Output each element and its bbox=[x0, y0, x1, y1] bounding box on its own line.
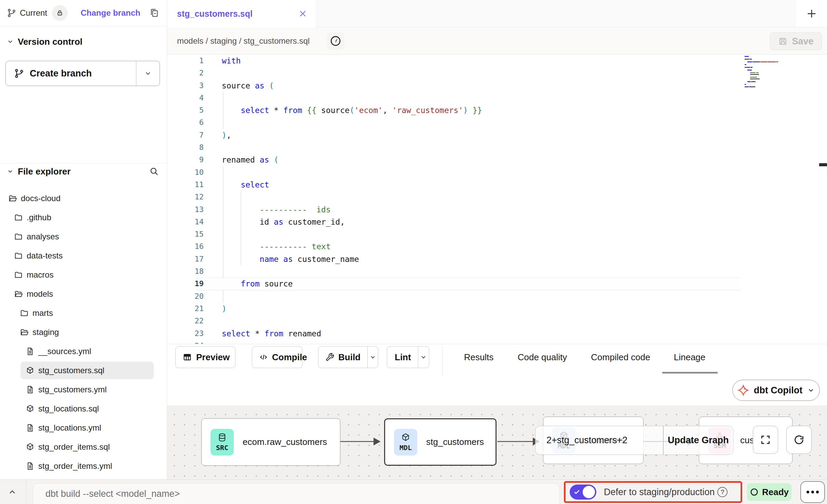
tree-item-stg-locations-sql[interactable]: stg_locations.sql bbox=[0, 399, 167, 418]
dbt-copilot-button[interactable]: dbt Copilot bbox=[732, 380, 820, 401]
lint-button[interactable]: Lint bbox=[387, 346, 429, 368]
line-number: 1 bbox=[167, 55, 204, 67]
code-line-5: 5 select * from {{ source('ecom', 'raw_c… bbox=[167, 104, 748, 116]
code-line-16: 16 ---------- text bbox=[167, 240, 748, 253]
refresh-button[interactable] bbox=[786, 426, 812, 454]
line-content: ---------- ids bbox=[204, 204, 331, 216]
tree-item-label: stg_locations.yml bbox=[38, 423, 101, 433]
line-content bbox=[204, 116, 222, 129]
line-number: 13 bbox=[167, 204, 204, 216]
line-number: 23 bbox=[167, 327, 204, 340]
line-number: 11 bbox=[167, 179, 204, 191]
chevron-down-icon bbox=[144, 70, 152, 77]
tab-lineage[interactable]: Lineage bbox=[674, 344, 706, 370]
code-line-6: 6 bbox=[167, 116, 748, 129]
code-line-3: 3source as ( bbox=[167, 80, 748, 92]
lineage-node-source[interactable]: SRC ecom.raw_customers bbox=[201, 418, 340, 466]
node-label: ecom.raw_customers bbox=[243, 437, 327, 447]
new-tab-button[interactable] bbox=[796, 0, 827, 27]
status-circle-icon bbox=[750, 488, 759, 496]
code-line-23: 23select * from renamed bbox=[167, 327, 748, 340]
lineage-canvas[interactable]: SRC ecom.raw_customers MDL stg_customers… bbox=[167, 406, 827, 479]
line-number: 3 bbox=[167, 80, 204, 92]
tree-item-stg-order-items-yml[interactable]: stg_order_items.yml bbox=[0, 457, 167, 476]
code-line-22: 22 bbox=[167, 315, 748, 327]
code-line-18: 18 bbox=[167, 265, 748, 278]
tree-item-marts[interactable]: marts bbox=[0, 304, 167, 323]
cube-icon bbox=[401, 433, 410, 442]
close-icon[interactable] bbox=[298, 9, 307, 18]
tree-item-staging[interactable]: staging bbox=[0, 323, 167, 342]
file-icon bbox=[26, 385, 35, 394]
tab-stg-customers-sql[interactable]: stg_customers.sql bbox=[167, 0, 316, 27]
tree-item--sources-yml[interactable]: __sources.yml bbox=[0, 342, 167, 361]
change-branch-link[interactable]: Change branch bbox=[81, 8, 140, 18]
preview-button[interactable]: Preview bbox=[175, 346, 235, 368]
tree-item-macros[interactable]: macros bbox=[0, 265, 167, 284]
tree-item-docs-cloud[interactable]: docs-cloud bbox=[0, 189, 167, 208]
folder-icon bbox=[14, 270, 23, 279]
code-line-11: 11 select bbox=[167, 179, 748, 191]
defer-toggle[interactable] bbox=[570, 485, 596, 500]
build-button[interactable]: Build bbox=[318, 346, 378, 368]
lineage-select-input[interactable]: 2+stg_customers+2 bbox=[535, 435, 663, 446]
help-icon[interactable]: ? bbox=[717, 487, 728, 497]
fullscreen-button[interactable] bbox=[753, 426, 778, 454]
status-bar: dbt build --select <model_name> Defer to… bbox=[0, 479, 827, 504]
lint-caret[interactable] bbox=[418, 354, 429, 361]
search-icon[interactable] bbox=[149, 166, 159, 177]
code-line-10: 10 bbox=[167, 166, 748, 179]
file-icon bbox=[26, 423, 35, 432]
code-line-12: 12 bbox=[167, 191, 748, 203]
tree-item-stg-customers-yml[interactable]: stg_customers.yml bbox=[0, 380, 167, 399]
tree-item-analyses[interactable]: analyses bbox=[0, 227, 167, 246]
file-icon bbox=[26, 347, 35, 356]
sidebar: Current Change branch Version control bbox=[0, 0, 167, 479]
create-branch-caret[interactable] bbox=[136, 70, 160, 77]
node-label: cus bbox=[740, 435, 754, 446]
code-line-19: 19 from source bbox=[167, 278, 748, 290]
tab-code-quality[interactable]: Code quality bbox=[518, 344, 567, 370]
copy-icon[interactable] bbox=[149, 8, 159, 18]
tree-item-stg-customers-sql[interactable]: stg_customers.sql bbox=[0, 361, 167, 380]
minimap[interactable] bbox=[744, 55, 785, 88]
file-icon bbox=[26, 462, 35, 471]
tab-results[interactable]: Results bbox=[464, 344, 494, 370]
lineage-node-stg-customers[interactable]: MDL stg_customers bbox=[384, 418, 497, 466]
line-content: select * from {{ source('ecom', 'raw_cus… bbox=[204, 104, 482, 116]
command-input[interactable]: dbt build --select <model_name> bbox=[33, 483, 560, 504]
line-content bbox=[204, 141, 222, 154]
line-number: 15 bbox=[167, 228, 204, 240]
scrollbar-thumb[interactable] bbox=[819, 163, 827, 166]
code-editor[interactable]: 1with23source as (45 select * from {{ so… bbox=[167, 55, 827, 344]
line-content bbox=[204, 265, 222, 278]
tree-item-stg-order-items-sql[interactable]: stg_order_items.sql bbox=[0, 437, 167, 457]
line-number: 19 bbox=[167, 278, 204, 290]
chevron-up-icon[interactable] bbox=[8, 487, 17, 497]
compass-icon[interactable] bbox=[327, 32, 344, 50]
tab-compiled-code[interactable]: Compiled code bbox=[591, 344, 650, 370]
create-branch-button[interactable]: Create branch bbox=[5, 61, 160, 86]
file-explorer-title: File explorer bbox=[18, 166, 71, 177]
more-options-button[interactable] bbox=[800, 481, 825, 503]
tree-item-models[interactable]: models bbox=[0, 284, 167, 304]
badge-label: SRC bbox=[216, 444, 228, 452]
folder-icon bbox=[14, 232, 23, 241]
file-explorer-section[interactable]: File explorer bbox=[0, 163, 167, 180]
tree-item-label: .github bbox=[27, 213, 51, 222]
main-panel: stg_customers.sql models / staging / stg… bbox=[167, 0, 827, 479]
update-graph-button[interactable]: Update Graph bbox=[664, 435, 733, 446]
tree-item-stg-locations-yml[interactable]: stg_locations.yml bbox=[0, 418, 167, 437]
copilot-label: dbt Copilot bbox=[754, 385, 802, 396]
code-line-7: 7), bbox=[167, 129, 748, 141]
tree-item-data-tests[interactable]: data-tests bbox=[0, 246, 167, 265]
compile-button[interactable]: Compile bbox=[252, 346, 302, 368]
line-content bbox=[204, 92, 222, 104]
version-control-section[interactable]: Version control bbox=[0, 33, 167, 50]
tree-item--github[interactable]: .github bbox=[0, 208, 167, 227]
line-number: 4 bbox=[167, 92, 204, 104]
save-button[interactable]: Save bbox=[770, 32, 822, 50]
fullscreen-icon bbox=[760, 434, 771, 445]
build-caret[interactable] bbox=[368, 354, 378, 361]
line-number: 18 bbox=[167, 265, 204, 278]
